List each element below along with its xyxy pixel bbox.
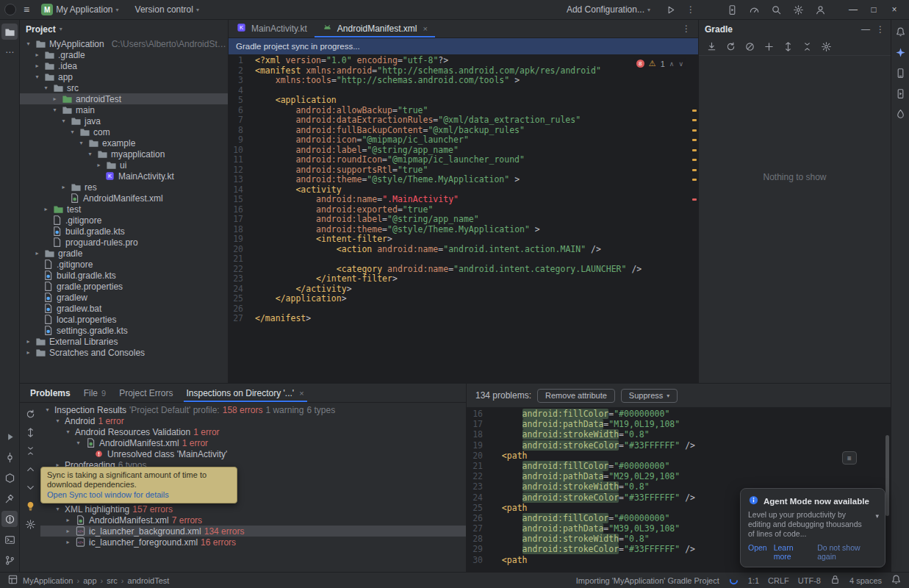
editor-tab-androidmanifest-xml[interactable]: AndroidManifest.xml× <box>315 20 435 37</box>
stripe-mark[interactable] <box>692 110 697 112</box>
problems-tab-inspections-on-directory[interactable]: Inspections on Directory '...'× <box>181 384 310 402</box>
line-number[interactable]: 20 <box>229 245 255 255</box>
profiler-icon[interactable] <box>746 1 762 18</box>
project-tree-item-androidmanifest-xml[interactable]: AndroidManifest.xml <box>20 193 228 204</box>
code-line-19[interactable]: 19 android:strokeColor="#33FFFFFF" /> <box>467 440 891 451</box>
line-number[interactable]: 8 <box>229 126 255 136</box>
code-text[interactable]: android:strokeWidth="0.8" <box>492 429 650 440</box>
services-icon[interactable] <box>1 470 18 486</box>
code-line-27[interactable]: 27</manifest> <box>229 314 698 324</box>
code-text[interactable]: android:pathData="M29,0L29,108" <box>492 471 680 481</box>
up-icon[interactable] <box>22 461 38 477</box>
gemini-icon[interactable] <box>892 44 908 60</box>
code-text[interactable]: android:icon="@mipmap/ic_launcher" <box>255 135 469 146</box>
code-text[interactable]: android:fillColor="#00000000" <box>492 409 669 419</box>
project-tree-item-build-gradle-kts[interactable]: build.gradle.kts <box>20 270 228 281</box>
project-folder-icon[interactable] <box>1 24 18 40</box>
breadcrumbs[interactable]: MyApplication›app›src›androidTest <box>23 576 169 585</box>
project-tree-item-example[interactable]: ▾example <box>20 137 228 148</box>
code-text[interactable]: android:strokeColor="#33FFFFFF" /> <box>492 440 695 451</box>
project-tree-item-androidtest[interactable]: ▸androidTest <box>20 93 228 104</box>
problems-window-title[interactable]: Problems <box>24 384 76 402</box>
window-maximize-button[interactable]: □ <box>863 0 884 19</box>
gradle-import-progress-text[interactable]: Importing 'MyApplication' Gradle Project <box>576 576 719 585</box>
add-icon[interactable] <box>761 39 777 55</box>
project-tree-item-gradle[interactable]: ▸gradle <box>20 248 228 259</box>
code-text[interactable]: <category android:name="android.intent.c… <box>255 265 642 275</box>
code-text[interactable]: <intent-filter> <box>255 234 392 245</box>
line-number[interactable]: 24 <box>467 492 492 503</box>
code-line-21[interactable]: 21 android:fillColor="#00000000" <box>467 461 891 471</box>
code-line-15[interactable]: 15 android:name=".MainActivity" <box>229 195 698 205</box>
code-text[interactable]: android:pathData="M19,0L19,108" <box>492 419 680 429</box>
run-disabled-icon[interactable] <box>662 1 678 18</box>
version-control-icon[interactable] <box>1 552 18 568</box>
line-number[interactable]: 19 <box>467 440 492 451</box>
chevron-down-icon[interactable]: ▾ <box>60 118 68 124</box>
code-text[interactable]: android:theme="@style/Theme.MyApplicatio… <box>255 175 520 185</box>
line-number[interactable]: 15 <box>229 195 255 205</box>
line-number[interactable]: 23 <box>229 274 255 284</box>
quickfix-icon[interactable] <box>22 498 38 514</box>
line-number[interactable]: 3 <box>229 76 255 86</box>
chevron-down-icon[interactable]: ▾ <box>74 440 82 446</box>
code-text[interactable]: </manifest> <box>255 314 311 324</box>
chevron-down-icon[interactable]: ▾ <box>42 85 50 91</box>
expand-all-icon[interactable] <box>780 39 796 55</box>
code-text[interactable]: <?xml version="1.0" encoding="utf-8"?> <box>255 56 448 66</box>
main-menu-icon[interactable]: ≡ <box>24 4 29 15</box>
preview-scrollbar[interactable] <box>885 435 889 516</box>
line-number[interactable]: 5 <box>229 96 255 106</box>
code-text[interactable]: android:fullBackupContent="@xml/backup_r… <box>255 126 525 136</box>
expand-toast-icon[interactable]: ▾ <box>875 512 879 520</box>
code-text[interactable]: <path <box>492 555 527 565</box>
problems-tab-project-errors[interactable]: Project Errors <box>113 384 179 402</box>
problem-item-ic-launcher-background-xml[interactable]: ▸</>ic_launcher_background.xml 134 error… <box>40 526 466 537</box>
toast-dismiss-link[interactable]: Do not show again <box>817 543 877 561</box>
code-line-17[interactable]: 17 android:label="@string/app_name" <box>229 215 698 225</box>
chevron-right-icon[interactable]: ▸ <box>33 51 41 58</box>
more-horizontal-icon[interactable]: ⋯ <box>1 44 18 60</box>
line-number[interactable]: 21 <box>229 254 255 265</box>
code-text[interactable]: android:exported="true" <box>255 205 433 215</box>
project-tree-item-gradle-properties[interactable]: gradle.properties <box>20 281 228 292</box>
code-line-9[interactable]: 9 android:icon="@mipmap/ic_launcher" <box>229 135 698 146</box>
project-tree-item-myapplication[interactable]: ▾myapplication <box>20 148 228 159</box>
code-text[interactable]: <action android:name="android.intent.act… <box>255 245 601 255</box>
more-options-icon[interactable]: ⋮ <box>876 24 885 35</box>
code-line-21[interactable]: 21 <box>229 254 698 265</box>
line-separator-indicator[interactable]: CRLF <box>768 576 789 585</box>
breadcrumb-myapplication[interactable]: MyApplication <box>23 576 73 585</box>
hide-tool-window-icon[interactable]: — <box>861 24 870 35</box>
more-vertical-icon[interactable]: ⋮ <box>683 1 699 18</box>
project-tree-item-gradle[interactable]: ▸.gradle <box>20 49 228 60</box>
project-tree-item-app[interactable]: ▾app <box>20 71 228 82</box>
toast-learn-more-link[interactable]: Learn more <box>774 543 811 561</box>
settings-icon[interactable] <box>790 1 806 18</box>
prev-problem-icon[interactable]: ∧ <box>669 60 675 68</box>
open-sync-tool-window-link[interactable]: Open Sync tool window for details <box>47 490 231 500</box>
project-tree-item-main[interactable]: ▾main <box>20 104 228 115</box>
code-line-26[interactable]: 26 <box>229 304 698 315</box>
breadcrumb-src[interactable]: src <box>107 576 118 585</box>
project-tree-item-res[interactable]: ▸res <box>20 182 228 193</box>
chevron-down-icon[interactable]: ▾ <box>68 129 76 135</box>
chevron-right-icon[interactable]: ▸ <box>24 349 32 356</box>
line-number[interactable]: 20 <box>467 451 492 461</box>
offline-icon[interactable] <box>741 39 758 55</box>
line-number[interactable]: 4 <box>229 86 255 96</box>
chevron-down-icon[interactable]: ▾ <box>43 406 51 413</box>
project-tree-item-src[interactable]: ▾src <box>20 82 228 93</box>
project-tree-item-com[interactable]: ▾com <box>20 126 228 137</box>
suppress-button[interactable]: Suppress ▾ <box>621 389 678 403</box>
code-line-18[interactable]: 18 android:strokeWidth="0.8" <box>467 429 891 440</box>
line-number[interactable]: 24 <box>229 284 255 295</box>
project-tree-item-proguard-rules-pro[interactable]: proguard-rules.pro <box>20 237 228 248</box>
floating-toolbar-icon[interactable]: ≡ <box>842 451 857 465</box>
line-number[interactable]: 22 <box>467 471 492 481</box>
code-text[interactable]: android:fillColor="#00000000" <box>492 461 669 471</box>
next-problem-icon[interactable]: ∨ <box>678 60 683 68</box>
editor-tab-mainactivity-kt[interactable]: KMainActivity.kt <box>229 20 315 37</box>
device-streaming-icon[interactable] <box>724 1 740 18</box>
line-number[interactable]: 25 <box>229 294 255 304</box>
